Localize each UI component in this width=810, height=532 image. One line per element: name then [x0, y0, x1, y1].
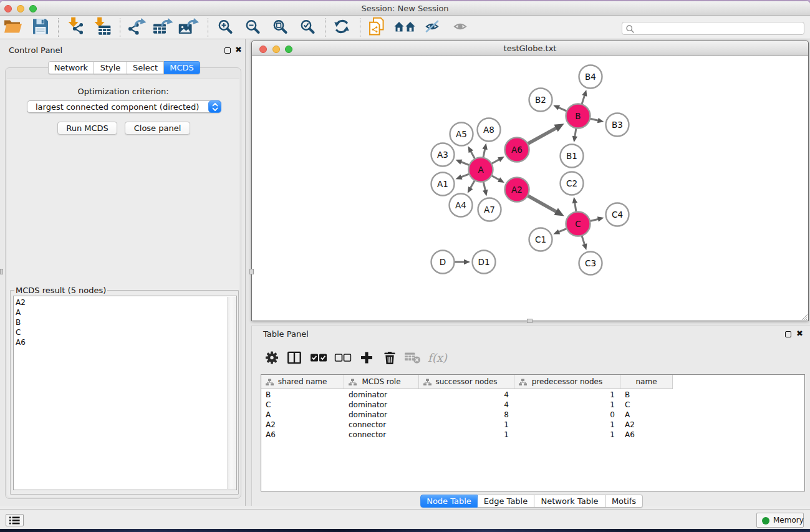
cell-successor-nodes[interactable]: 4 [419, 400, 514, 410]
split-columns-button[interactable] [287, 352, 301, 366]
save-session-button[interactable] [32, 19, 49, 37]
tab-select[interactable]: Select [127, 61, 164, 74]
edge-arrow[interactable] [464, 259, 470, 265]
network-window-titlebar[interactable]: testGlobe.txt [252, 41, 808, 56]
column-header-MCDS-role[interactable]: MCDS role [344, 375, 419, 389]
refresh-button[interactable] [334, 19, 350, 37]
cell-MCDS-role[interactable]: connector [344, 430, 419, 440]
export-table-button[interactable] [153, 17, 173, 38]
import-network-button[interactable] [66, 17, 85, 38]
import-table-button[interactable] [93, 17, 112, 38]
cell-name[interactable]: B [620, 390, 673, 400]
column-header-name[interactable]: name [620, 375, 673, 389]
gear-icon [266, 351, 279, 364]
cell-shared-name[interactable]: A2 [261, 420, 344, 430]
add-column-button[interactable] [360, 351, 374, 366]
mcds-result-item[interactable]: A6 [16, 337, 236, 347]
cell-predecessor-nodes[interactable]: 1 [514, 400, 620, 410]
export-network-button[interactable] [127, 17, 147, 38]
edge-arrow[interactable] [456, 175, 463, 180]
graph-node-label: A8 [483, 125, 494, 135]
table-float-icon[interactable] [785, 331, 791, 337]
mcds-result-item[interactable]: A [16, 307, 236, 317]
edge-arrow[interactable] [582, 243, 587, 250]
clone-network-button[interactable] [368, 17, 385, 38]
network-canvas[interactable]: B4B2BB3A8A5A6A3B1AA1C2A2A4A7C4CC1C3DD1 [252, 57, 808, 321]
column-header-shared-name[interactable]: shared name [261, 375, 344, 389]
gear-button[interactable] [266, 351, 279, 366]
resize-grip-icon[interactable] [800, 312, 808, 320]
tab-edge-table[interactable]: Edge Table [478, 495, 534, 508]
cell-predecessor-nodes[interactable]: 1 [514, 390, 620, 400]
cell-name[interactable]: A6 [620, 430, 673, 440]
zoom-out-button[interactable] [245, 19, 260, 36]
list-scrollbar[interactable] [227, 297, 236, 489]
cell-name[interactable]: A [620, 410, 673, 420]
cell-predecessor-nodes[interactable]: 1 [514, 430, 620, 440]
column-header-predecessor-nodes[interactable]: predecessor nodes [514, 375, 620, 389]
select-unchecked-button[interactable] [335, 354, 352, 364]
mcds-result-item[interactable]: B [16, 317, 236, 327]
node-table[interactable]: shared nameMCDS rolesuccessor nodesprede… [261, 374, 805, 491]
search-input[interactable] [622, 22, 804, 35]
tab-network-table[interactable]: Network Table [534, 495, 605, 508]
cell-MCDS-role[interactable]: connector [344, 420, 419, 430]
cell-predecessor-nodes[interactable]: 0 [514, 410, 620, 420]
close-panel-button[interactable]: Close panel [125, 122, 190, 135]
cell-successor-nodes[interactable]: 4 [419, 390, 514, 400]
overview-button[interactable] [394, 19, 415, 37]
show-panel-button[interactable] [453, 20, 468, 36]
run-mcds-button[interactable]: Run MCDS [57, 122, 117, 135]
tab-node-table[interactable]: Node Table [420, 495, 478, 508]
edge-arrow[interactable] [582, 90, 587, 97]
select-checked-button[interactable] [311, 354, 327, 364]
zoom-selected-button[interactable] [300, 19, 315, 36]
cell-shared-name[interactable]: A [261, 410, 344, 420]
tab-motifs[interactable]: Motifs [605, 495, 643, 508]
cell-shared-name[interactable]: C [261, 400, 344, 410]
zoom-fit-button[interactable] [272, 19, 287, 36]
trash-button[interactable] [384, 351, 396, 367]
split-handle-far-left[interactable] [0, 269, 3, 274]
tab-mcds[interactable]: MCDS [164, 61, 200, 74]
cell-name[interactable]: A2 [620, 420, 673, 430]
cell-successor-nodes[interactable]: 1 [419, 420, 514, 430]
edge-arrow[interactable] [572, 136, 577, 143]
edge-arrow[interactable] [597, 118, 604, 123]
cell-shared-name[interactable]: A6 [261, 430, 344, 440]
export-image-button[interactable] [179, 17, 200, 38]
show-panels-button[interactable] [6, 514, 24, 526]
close-panel-icon[interactable]: ✖ [235, 45, 242, 54]
edge-arrow[interactable] [482, 143, 487, 150]
graph-node-label: C [575, 219, 581, 229]
combobox-stepper[interactable] [208, 100, 221, 113]
hide-panel-button[interactable] [425, 20, 441, 36]
column-label: name [635, 377, 657, 386]
cell-MCDS-role[interactable]: dominator [344, 390, 419, 400]
edge-arrow[interactable] [483, 190, 488, 196]
mcds-result-list[interactable]: A2ABCA6 [13, 296, 237, 490]
table-close-icon[interactable]: ✖ [796, 329, 803, 338]
edge-arrow[interactable] [572, 197, 577, 204]
tab-network[interactable]: Network [48, 61, 94, 74]
tab-style[interactable]: Style [94, 61, 127, 74]
float-panel-icon[interactable] [224, 47, 231, 54]
edge-arrow[interactable] [597, 216, 604, 221]
cell-MCDS-role[interactable]: dominator [344, 410, 419, 420]
edge-arrow[interactable] [455, 160, 462, 165]
cell-successor-nodes[interactable]: 1 [419, 430, 514, 440]
open-session-button[interactable] [4, 19, 22, 37]
cell-name[interactable]: C [620, 400, 673, 410]
split-handle-bottom[interactable] [527, 319, 533, 323]
memory-button[interactable]: Memory [756, 513, 804, 528]
split-handle-left[interactable] [249, 269, 254, 274]
mcds-result-item[interactable]: C [16, 327, 236, 337]
cell-predecessor-nodes[interactable]: 1 [514, 420, 620, 430]
cell-shared-name[interactable]: B [261, 390, 344, 400]
mcds-result-item[interactable]: A2 [16, 297, 236, 307]
column-header-successor-nodes[interactable]: successor nodes [419, 375, 514, 389]
zoom-in-button[interactable] [218, 19, 233, 36]
criterion-combobox[interactable]: largest connected component (directed) [27, 100, 221, 113]
cell-MCDS-role[interactable]: dominator [344, 400, 419, 410]
cell-successor-nodes[interactable]: 8 [419, 410, 514, 420]
